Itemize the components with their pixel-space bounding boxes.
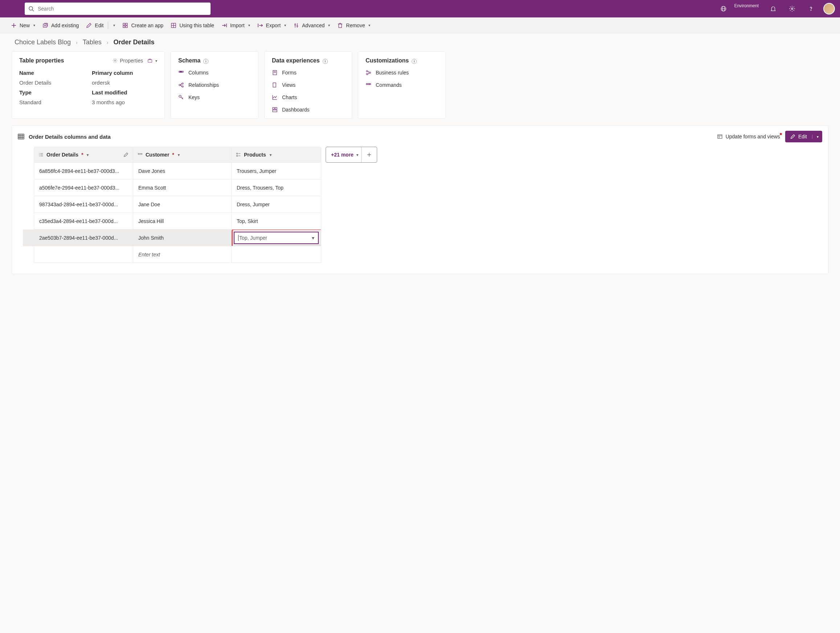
edit-button-label: Edit [798, 134, 807, 139]
link-label: Dashboards [282, 107, 309, 112]
cell-empty[interactable] [34, 246, 133, 263]
rules-icon [366, 70, 371, 76]
search-input[interactable] [38, 6, 207, 12]
svg-rect-75 [237, 153, 238, 154]
toolbox-icon [147, 58, 152, 63]
svg-point-6 [811, 10, 811, 11]
export-button[interactable]: Export▾ [254, 17, 290, 33]
forms-link[interactable]: Forms [272, 70, 344, 76]
cell-customer[interactable]: Jane Doe [133, 196, 232, 213]
search-icon [28, 6, 34, 12]
environment-icon[interactable] [715, 0, 731, 17]
prop-modified-label: Last modified [92, 89, 157, 95]
cell-customer[interactable]: Dave Jones [133, 163, 232, 179]
advanced-label: Advanced [302, 22, 325, 28]
import-icon [221, 22, 227, 28]
cell-enter-text[interactable]: Enter text [133, 246, 232, 263]
prop-primary-label: Primary column [92, 70, 157, 76]
new-button[interactable]: New▾ [7, 17, 39, 33]
svg-point-28 [297, 25, 298, 27]
cell-order-id[interactable]: 6a856fc4-2894-ee11-be37-000d3... [34, 163, 133, 179]
help-icon[interactable] [803, 0, 819, 17]
create-app-button[interactable]: Create an app [119, 17, 167, 33]
keys-link[interactable]: Keys [178, 95, 251, 100]
add-column-button[interactable] [361, 147, 377, 162]
commands-link[interactable]: Commands [366, 82, 438, 88]
relationships-icon [178, 82, 184, 88]
chevron-down-icon: ▾ [178, 153, 180, 157]
prop-type-value: Standard [19, 99, 85, 105]
update-forms-views-link[interactable]: Update forms and views [717, 134, 780, 139]
cell-products[interactable]: Trousers, Jumper [231, 163, 321, 179]
cell-customer[interactable]: John Smith [133, 229, 232, 246]
chevron-down-icon: ▾ [113, 23, 115, 27]
pencil-icon[interactable] [123, 152, 128, 157]
cell-products[interactable]: Dress, Jumper [231, 196, 321, 213]
global-search[interactable] [25, 3, 210, 15]
cell-empty[interactable] [231, 246, 321, 263]
products-dropdown: DressTrousersTopSkirtJumper [233, 246, 321, 246]
cell-order-id[interactable]: 987343ad-2894-ee11-be37-000d... [34, 196, 133, 213]
edit-dropdown-toggle[interactable]: ▾ [812, 135, 822, 139]
advanced-button[interactable]: Advanced▾ [290, 17, 333, 33]
table-row[interactable]: c35ed3a4-2894-ee11-be37-000d...Jessica H… [34, 213, 828, 229]
cell-order-id[interactable]: c35ed3a4-2894-ee11-be37-000d... [34, 213, 133, 229]
column-header-products[interactable]: Products▾ [231, 147, 321, 163]
tools-button[interactable]: ▾ [147, 58, 157, 63]
table-row[interactable]: 987343ad-2894-ee11-be37-000d...Jane DoeD… [34, 196, 828, 213]
cell-products[interactable]: Dress, Trousers, Top [231, 179, 321, 196]
plus-icon [366, 152, 372, 157]
using-table-button[interactable]: Using this table [167, 17, 218, 33]
svg-point-52 [366, 70, 368, 72]
cell-products[interactable]: Top, Skirt [231, 213, 321, 229]
edit-label: Edit [95, 22, 103, 28]
svg-point-5 [791, 8, 793, 10]
breadcrumb-tables[interactable]: Tables [83, 38, 102, 46]
breadcrumb-root[interactable]: Choice Labels Blog [14, 38, 71, 46]
views-link[interactable]: Views [272, 82, 344, 88]
chevron-right-icon: › [76, 40, 78, 45]
form-icon [272, 70, 278, 76]
column-label: Products [244, 152, 266, 158]
info-icon[interactable]: i [203, 59, 208, 64]
using-table-label: Using this table [179, 22, 214, 28]
notifications-icon[interactable] [765, 0, 781, 17]
cell-customer[interactable]: Emma Scott [133, 179, 232, 196]
relationships-link[interactable]: Relationships [178, 82, 251, 88]
chevron-down-icon: ▾ [368, 23, 370, 27]
table-row[interactable]: 2ae503b7-2894-ee11-be37-000d...John Smit… [34, 229, 828, 246]
remove-button[interactable]: Remove▾ [333, 17, 374, 33]
business-rules-link[interactable]: Business rules [366, 70, 438, 76]
charts-link[interactable]: Charts [272, 95, 344, 100]
column-header-customer[interactable]: Customer*▾ [133, 147, 232, 163]
edit-data-button[interactable]: Edit ▾ [785, 131, 822, 142]
cell-products[interactable]: Top, Jumper▾DressTrousersTopSkirtJumper [231, 229, 321, 246]
column-label: Customer [145, 152, 169, 158]
link-label: Commands [376, 82, 402, 88]
info-icon[interactable]: i [323, 59, 328, 64]
columns-link[interactable]: AbcColumns [178, 70, 251, 76]
info-icon[interactable]: i [412, 59, 417, 64]
table-row[interactable]: a506fe7e-2994-ee11-be37-000d3...Emma Sco… [34, 179, 828, 196]
chevron-down-icon: ▾ [328, 23, 330, 27]
settings-icon[interactable] [784, 0, 800, 17]
cell-order-id[interactable]: 2ae503b7-2894-ee11-be37-000d... [34, 229, 133, 246]
add-existing-button[interactable]: Add existing [39, 17, 82, 33]
update-link-label: Update forms and views [726, 134, 780, 139]
properties-link[interactable]: Properties [112, 58, 143, 63]
edit-button[interactable]: Edit [82, 17, 107, 33]
new-row-placeholder[interactable]: Enter text [34, 246, 828, 263]
dashboards-link[interactable]: Dashboards [272, 107, 344, 112]
cell-order-id[interactable]: a506fe7e-2994-ee11-be37-000d3... [34, 179, 133, 196]
edit-dropdown[interactable]: ▾ [109, 17, 119, 33]
user-avatar[interactable] [823, 3, 835, 14]
svg-rect-34 [149, 59, 151, 60]
chevron-down-icon: ▾ [284, 23, 286, 27]
data-grid-section: Order Details columns and data Update fo… [12, 125, 828, 274]
import-button[interactable]: Import▾ [218, 17, 254, 33]
notification-dot-icon [780, 133, 782, 135]
column-header-order[interactable]: Order Details*▾ [34, 147, 133, 163]
table-row[interactable]: 6a856fc4-2894-ee11-be37-000d3...Dave Jon… [34, 163, 828, 179]
cell-customer[interactable]: Jessica Hill [133, 213, 232, 229]
more-columns-button[interactable]: +21 more ▾ [326, 152, 361, 158]
